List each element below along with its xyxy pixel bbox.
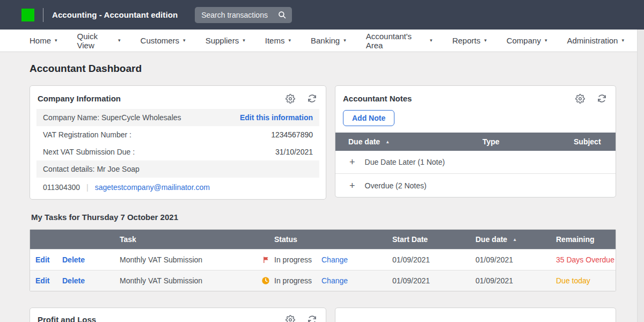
task-remaining: 35 Days Overdue bbox=[550, 255, 616, 264]
next-vat-row: Next VAT Submission Due : 31/10/2021 bbox=[36, 143, 319, 160]
refresh-icon[interactable] bbox=[307, 314, 317, 322]
tasks-column-start-date[interactable]: Start Date bbox=[386, 235, 469, 244]
chevron-down-icon: ▾ bbox=[288, 38, 291, 43]
company-name-text: Company Name: SuperCycle Wholesales bbox=[43, 113, 181, 122]
accountant-notes-panel: Accountant Notes bbox=[335, 85, 616, 197]
sort-asc-icon: ▲ bbox=[385, 140, 390, 144]
nav-item-suppliers[interactable]: Suppliers ▾ bbox=[206, 36, 245, 45]
task-status: In progress bbox=[274, 255, 321, 264]
next-vat-value: 31/10/2021 bbox=[275, 148, 313, 156]
chevron-down-icon: ▾ bbox=[545, 38, 547, 43]
next-vat-label: Next VAT Submission Due : bbox=[43, 148, 135, 156]
add-note-button[interactable]: Add Note bbox=[343, 110, 394, 126]
task-start-date: 01/09/2021 bbox=[386, 255, 469, 264]
chevron-down-icon: ▾ bbox=[118, 38, 121, 43]
company-name-row: Company Name: SuperCycle Wholesales Edit… bbox=[36, 109, 319, 126]
search-box[interactable] bbox=[195, 7, 292, 23]
chevron-down-icon: ▾ bbox=[243, 38, 245, 43]
company-information-panel: Company Information bbox=[30, 85, 326, 200]
accountant-notes-title: Accountant Notes bbox=[343, 94, 412, 103]
nav-item-administration[interactable]: Administration ▾ bbox=[567, 36, 624, 45]
chevron-down-icon: ▾ bbox=[183, 38, 186, 43]
contact-details-row: Contact details: Mr Joe Soap bbox=[36, 160, 319, 178]
notes-group-label: Overdue (2 Notes) bbox=[365, 181, 427, 190]
sort-asc-icon: ▲ bbox=[513, 237, 517, 242]
vat-number-label: VAT Registration Number : bbox=[43, 130, 131, 139]
notes-table-header: Due date ▲ Type Subject bbox=[335, 133, 616, 151]
task-name: Monthly VAT Submission bbox=[113, 255, 258, 264]
phone-email-row: 011304300 | sagetestcompany@mailinator.c… bbox=[36, 178, 319, 193]
task-name: Monthly VAT Submission bbox=[113, 276, 258, 285]
task-due-date: 01/09/2021 bbox=[469, 255, 550, 264]
expand-plus-icon[interactable]: + bbox=[349, 157, 355, 167]
chevron-down-icon: ▾ bbox=[343, 38, 346, 43]
my-tasks-title: My Tasks for Thursday 7 October 2021 bbox=[31, 213, 616, 222]
delete-task-link[interactable]: Delete bbox=[62, 255, 113, 264]
company-email-link[interactable]: sagetestcompany@mailinator.com bbox=[95, 183, 210, 192]
gear-icon[interactable] bbox=[286, 94, 295, 104]
vat-number-value: 1234567890 bbox=[271, 130, 313, 139]
change-status-link[interactable]: Change bbox=[321, 276, 386, 285]
vat-number-row: VAT Registration Number : 1234567890 bbox=[36, 126, 319, 143]
company-information-title: Company Information bbox=[38, 94, 121, 103]
notes-column-due-date[interactable]: Due date ▲ bbox=[335, 137, 470, 146]
notes-column-type[interactable]: Type bbox=[470, 137, 561, 146]
tasks-column-task[interactable]: Task bbox=[113, 235, 258, 244]
task-status: In progress bbox=[274, 276, 321, 285]
main-nav: Home ▾ Quick View ▾ Customers ▾ Supplier… bbox=[0, 30, 644, 52]
tasks-column-due-date[interactable]: Due date ▲ bbox=[469, 235, 550, 244]
expand-plus-icon[interactable]: + bbox=[349, 181, 355, 191]
brand-logo bbox=[21, 9, 34, 21]
app-title: Accounting - Accountant edition bbox=[52, 10, 178, 19]
nav-item-home[interactable]: Home ▾ bbox=[30, 36, 57, 45]
search-input[interactable] bbox=[201, 11, 277, 19]
task-row: Edit Delete Monthly VAT Submission In pr… bbox=[30, 270, 616, 291]
my-tasks-table: Task Status Start Date Due date ▲ Remain… bbox=[30, 229, 616, 291]
tasks-column-remaining[interactable]: Remaining bbox=[550, 235, 616, 244]
nav-item-reports[interactable]: Reports ▾ bbox=[452, 36, 487, 45]
notes-group-label: Due Date Later (1 Note) bbox=[365, 158, 445, 166]
profit-loss-title: Profit and Loss bbox=[38, 315, 96, 322]
red-flag-icon bbox=[258, 255, 274, 264]
page-title: Accountant Dashboard bbox=[30, 63, 616, 75]
nav-item-accountants-area[interactable]: Accountant's Area ▾ bbox=[366, 32, 433, 50]
nav-item-quick-view[interactable]: Quick View ▾ bbox=[77, 32, 121, 50]
pipe-divider: | bbox=[86, 183, 89, 192]
bottom-right-panel bbox=[335, 308, 616, 322]
phone-number: 011304300 bbox=[43, 183, 80, 192]
app-window: Accounting - Accountant edition Home ▾ Q… bbox=[0, 0, 644, 322]
edit-task-link[interactable]: Edit bbox=[30, 276, 62, 285]
tasks-table-header: Task Status Start Date Due date ▲ Remain… bbox=[30, 230, 616, 249]
chevron-down-icon: ▾ bbox=[621, 38, 624, 43]
notes-group-overdue[interactable]: + Overdue (2 Notes) bbox=[335, 174, 616, 197]
refresh-icon[interactable] bbox=[307, 93, 317, 104]
tasks-column-status[interactable]: Status bbox=[274, 235, 321, 244]
top-bar: Accounting - Accountant edition bbox=[0, 0, 644, 30]
dashboard-content: Accountant Dashboard Company Information bbox=[0, 52, 644, 322]
chevron-down-icon: ▾ bbox=[55, 38, 57, 43]
edit-task-link[interactable]: Edit bbox=[30, 255, 62, 264]
task-due-date: 01/09/2021 bbox=[469, 276, 550, 285]
page-scrollbar[interactable] bbox=[637, 30, 644, 322]
nav-item-banking[interactable]: Banking ▾ bbox=[311, 36, 346, 45]
amber-clock-icon bbox=[258, 276, 274, 285]
chevron-down-icon: ▾ bbox=[430, 38, 433, 43]
notes-column-subject[interactable]: Subject bbox=[561, 137, 616, 146]
task-remaining: Due today bbox=[550, 276, 616, 285]
chevron-down-icon: ▾ bbox=[484, 38, 487, 43]
search-icon[interactable] bbox=[277, 10, 287, 19]
task-start-date: 01/09/2021 bbox=[386, 276, 469, 285]
nav-item-company[interactable]: Company ▾ bbox=[507, 36, 547, 45]
nav-item-items[interactable]: Items ▾ bbox=[265, 36, 291, 45]
profit-loss-panel: Profit and Loss bbox=[30, 308, 326, 322]
notes-group-due-later[interactable]: + Due Date Later (1 Note) bbox=[335, 151, 616, 174]
change-status-link[interactable]: Change bbox=[321, 255, 386, 264]
contact-details-text: Contact details: Mr Joe Soap bbox=[43, 165, 140, 173]
gear-icon[interactable] bbox=[575, 94, 585, 104]
edit-information-link[interactable]: Edit this information bbox=[240, 113, 313, 122]
gear-icon[interactable] bbox=[286, 315, 295, 322]
nav-item-customers[interactable]: Customers ▾ bbox=[141, 36, 186, 45]
topbar-divider bbox=[43, 8, 43, 22]
delete-task-link[interactable]: Delete bbox=[62, 276, 113, 285]
refresh-icon[interactable] bbox=[597, 93, 607, 104]
